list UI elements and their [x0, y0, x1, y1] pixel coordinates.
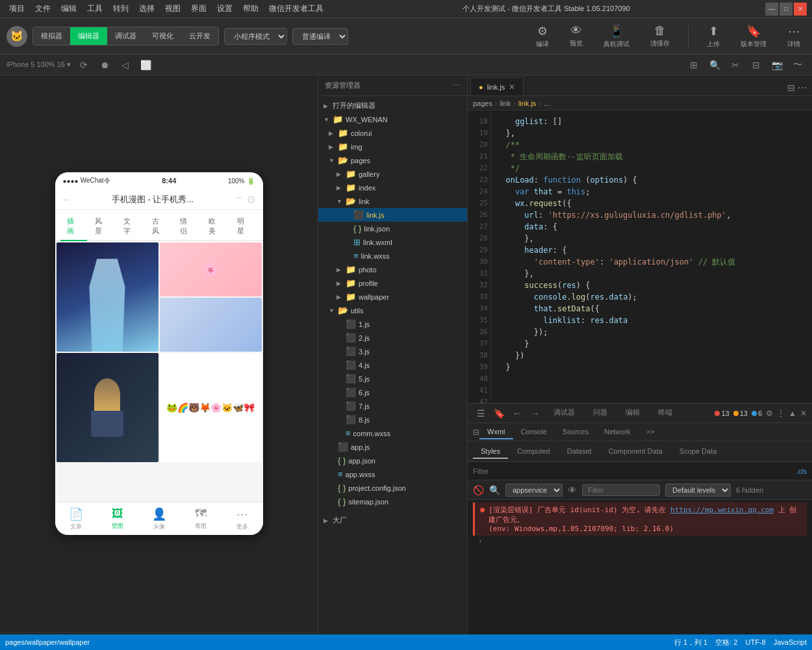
- folder-pages[interactable]: ▼ 📂 pages: [318, 153, 467, 167]
- search-btn[interactable]: 🔍: [707, 57, 722, 73]
- tab-ancient[interactable]: 古风: [146, 213, 173, 241]
- folder-link[interactable]: ▼ 📂 link: [318, 194, 467, 208]
- inspector-menu-btn[interactable]: ⊟: [473, 428, 479, 437]
- close-button[interactable]: ✕: [794, 3, 807, 16]
- menu-item-help[interactable]: 帮助: [239, 2, 262, 16]
- devtools-tab-issues[interactable]: 问题: [585, 405, 615, 421]
- version-btn[interactable]: 🔖 版本管理: [735, 21, 772, 51]
- styles-tab-styles[interactable]: Styles: [473, 445, 508, 459]
- breadcrumb-item-file[interactable]: link.js: [518, 99, 537, 107]
- file-link-json[interactable]: { } link.json: [318, 222, 467, 235]
- inspector-tab-sources[interactable]: Sources: [555, 425, 596, 439]
- breadcrumb-item-link[interactable]: link: [500, 99, 511, 107]
- file-7js[interactable]: ⬛ 7.js: [318, 399, 467, 413]
- visual-btn[interactable]: 可视化: [144, 27, 181, 45]
- grid-btn[interactable]: ⊟: [748, 57, 764, 73]
- detail-btn[interactable]: ⋯ 详情: [782, 21, 806, 51]
- nav-avatar[interactable]: 👤 头像: [138, 507, 180, 531]
- styles-filter-input[interactable]: [473, 467, 796, 475]
- menu-item-interface[interactable]: 界面: [187, 2, 210, 16]
- console-inspect-btn[interactable]: 👁: [568, 485, 577, 495]
- upload-btn[interactable]: ⬆ 上传: [702, 21, 725, 51]
- mode-select[interactable]: 小程序模式: [224, 28, 287, 45]
- file-8js[interactable]: ⬛ 8.js: [318, 413, 467, 426]
- code-content[interactable]: gglist: [] }, /** * 生命周期函数--监听页面加载 */ on…: [491, 110, 812, 403]
- console-filter-input[interactable]: [582, 484, 660, 496]
- page-mgr-btn[interactable]: ⊞: [686, 57, 702, 73]
- file-4js[interactable]: ⬛ 4.js: [318, 358, 467, 372]
- statusbar-path[interactable]: pages/wallpaper/wallpaper: [5, 638, 90, 646]
- menu-item-goto[interactable]: 转到: [109, 2, 133, 16]
- folder-wallpaper[interactable]: ▶ 📁 wallpaper: [318, 290, 467, 304]
- file-sitemap[interactable]: { } sitemap.json: [318, 495, 467, 508]
- compile-btn[interactable]: ⚙ 编译: [531, 21, 554, 51]
- folder-profile[interactable]: ▶ 📁 profile: [318, 276, 467, 290]
- rotate-btn[interactable]: ⟳: [76, 57, 92, 73]
- menu-item-project[interactable]: 项目: [5, 2, 29, 16]
- tab-scenery[interactable]: 风景: [88, 213, 116, 241]
- tab-illustration[interactable]: 插画: [60, 213, 88, 241]
- devtools-close-btn[interactable]: ✕: [800, 409, 807, 418]
- folder-img[interactable]: ▶ 📁 img: [318, 140, 467, 153]
- tab-text[interactable]: 文字: [117, 213, 144, 241]
- file-app-json[interactable]: { } app.json: [318, 454, 467, 467]
- console-level-select[interactable]: Default levels: [665, 484, 731, 497]
- back-btn[interactable]: ◁: [118, 57, 133, 73]
- split-editor-btn[interactable]: ⊟: [787, 83, 795, 93]
- maximize-button[interactable]: □: [780, 3, 793, 16]
- home-btn[interactable]: ⬜: [138, 57, 154, 73]
- phone-more-icon[interactable]: ⊙: [247, 193, 255, 205]
- menu-item-file[interactable]: 文件: [31, 2, 55, 16]
- menu-item-select[interactable]: 选择: [135, 2, 159, 16]
- tab-western[interactable]: 欧美: [202, 213, 229, 241]
- devtools-expand-btn[interactable]: ▲: [789, 409, 796, 418]
- minimize-button[interactable]: —: [765, 3, 778, 16]
- debugger-btn[interactable]: 调试器: [107, 27, 144, 45]
- simulator-btn[interactable]: 模拟器: [33, 27, 70, 45]
- section-open-editors[interactable]: ▶ 打开的编辑器: [318, 99, 467, 112]
- scissor-btn[interactable]: ✂: [728, 57, 743, 73]
- styles-tab-computed[interactable]: Computed: [509, 445, 558, 459]
- motion-btn[interactable]: 〜: [790, 57, 806, 73]
- menu-item-view[interactable]: 视图: [161, 2, 184, 16]
- inspector-tab-console[interactable]: Console: [513, 425, 555, 439]
- phone-share-icon[interactable]: ···: [236, 193, 242, 205]
- devtools-tab-terminal[interactable]: 终端: [650, 405, 680, 421]
- file-comm-wxss[interactable]: ≡ comm.wxss: [318, 426, 467, 440]
- file-project-config[interactable]: { } project.config.json: [318, 481, 467, 495]
- folder-wx-wenan[interactable]: ▼ 📁 WX_WENAN: [318, 112, 467, 126]
- styles-tab-component-data[interactable]: Component Data: [601, 445, 670, 459]
- styles-tab-scope-data[interactable]: Scope Data: [672, 445, 724, 459]
- devtools-forward-btn[interactable]: →: [527, 406, 543, 421]
- devtools-tab-debugger[interactable]: 调试器: [546, 405, 583, 421]
- console-clear-btn[interactable]: 🚫: [473, 485, 484, 495]
- more-actions-icon[interactable]: ⋯: [453, 81, 461, 90]
- console-filter-toggle-btn[interactable]: 🔍: [489, 485, 500, 495]
- compile-select[interactable]: 普通编译: [292, 28, 348, 45]
- cls-button[interactable]: .cls: [796, 467, 807, 475]
- folder-photo[interactable]: ▶ 📁 photo: [318, 263, 467, 276]
- section-company[interactable]: ▶ 大厂: [318, 514, 467, 527]
- file-app-wxss[interactable]: ≡ app.wxss: [318, 467, 467, 481]
- real-debug-btn[interactable]: 📱 真机调试: [598, 21, 635, 51]
- console-input[interactable]: [485, 537, 802, 545]
- file-app-js[interactable]: ⬛ app.js: [318, 440, 467, 454]
- error-link[interactable]: https://mp.weixin.qq.com: [670, 506, 774, 514]
- inspector-tab-wxml[interactable]: Wxml: [479, 425, 513, 439]
- nav-view[interactable]: 🗺 看图: [180, 507, 222, 531]
- devtools-settings-btn[interactable]: ⚙: [766, 409, 773, 418]
- tab-close-icon[interactable]: ✕: [509, 83, 515, 92]
- file-link-js[interactable]: ⬛ link.js: [318, 208, 467, 222]
- menu-item-edit[interactable]: 编辑: [57, 2, 81, 16]
- devtools-back-btn[interactable]: ←: [509, 406, 525, 421]
- file-6js[interactable]: ⬛ 6.js: [318, 385, 467, 399]
- breadcrumb-item-pages[interactable]: pages: [473, 99, 492, 107]
- editor-btn[interactable]: 编辑器: [70, 27, 107, 45]
- devtools-menu-icon[interactable]: ☰: [473, 406, 488, 421]
- menu-item-settings[interactable]: 设置: [213, 2, 236, 16]
- inspector-tab-network[interactable]: Network: [596, 425, 638, 439]
- file-3js[interactable]: ⬛ 3.js: [318, 344, 467, 358]
- devtools-bookmark-icon[interactable]: 🔖: [491, 406, 507, 421]
- file-link-wxss[interactable]: ≡ link.wxss: [318, 249, 467, 263]
- tab-celebrity[interactable]: 明星: [231, 213, 258, 241]
